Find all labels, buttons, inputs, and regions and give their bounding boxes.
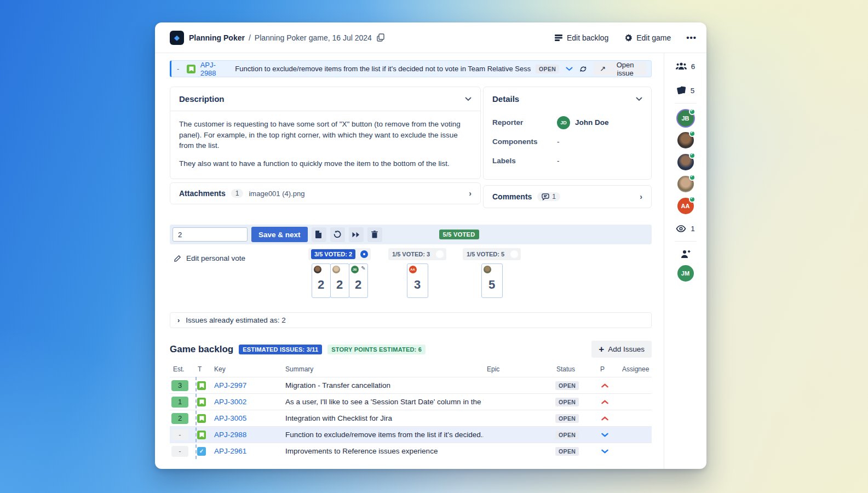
issue-key-link[interactable]: APJ-3002 <box>211 398 246 406</box>
priority-high-icon <box>601 416 608 421</box>
participant-avatar[interactable]: AA <box>677 198 694 214</box>
vote-input[interactable] <box>173 227 248 242</box>
col-assignee: Assignee <box>619 365 652 373</box>
participant-avatar[interactable] <box>677 154 694 170</box>
issue-details-button[interactable] <box>312 227 326 242</box>
issue-key-link[interactable]: APJ-2988 <box>200 61 231 77</box>
table-header: Est. T Key Summary Epic Status P Assigne… <box>170 365 652 377</box>
detail-row-components: Components - <box>492 132 642 151</box>
delete-votes-button[interactable] <box>367 227 382 242</box>
col-status: Status <box>553 365 597 373</box>
description-header[interactable]: Description <box>170 87 480 111</box>
document-icon <box>315 231 322 238</box>
observer-avatar[interactable]: JM <box>677 265 694 282</box>
attachments-card[interactable]: Attachments 1 image001 (4).png › <box>170 182 481 204</box>
vote-group-5-radio[interactable] <box>510 250 518 258</box>
attachments-title: Attachments <box>179 189 226 198</box>
vote-group-2-cards: 2 2 JB ✎ 2 <box>312 263 368 298</box>
planning-poker-window: ◆ Planning Poker / Planning Poker game, … <box>155 22 706 469</box>
app-logo-icon: ◆ <box>170 31 184 45</box>
gear-icon <box>624 33 633 42</box>
vote-group-2-radio[interactable] <box>360 250 368 258</box>
add-issues-button[interactable]: + Add Issues <box>591 341 652 358</box>
edit-game-button[interactable]: Edit game <box>624 33 671 42</box>
vote-group-2-selector[interactable]: 3/5 VOTED: 2 <box>308 248 371 260</box>
header-actions: Edit backlog Edit game ••• <box>554 33 697 42</box>
estimated-issues-badge: ESTIMATED ISSUES: 3/11 <box>239 345 322 354</box>
edit-personal-vote-label: Edit personal vote <box>186 254 245 262</box>
collapse-control[interactable]: - <box>177 65 179 73</box>
voted-check-icon <box>689 108 695 115</box>
vote-group-3-selector[interactable]: 1/5 VOTED: 3 <box>388 248 446 260</box>
description-paragraph: They also want to have a function to qui… <box>179 158 472 169</box>
decks-count[interactable]: 5 <box>676 84 695 97</box>
estimate-badge: 1 <box>171 397 188 408</box>
status-dropdown-icon[interactable] <box>566 67 573 71</box>
issue-key-link[interactable]: APJ-2961 <box>211 447 246 455</box>
participants-sidebar: 6 5 JB AA <box>664 53 706 469</box>
vote-group-5-selector[interactable]: 1/5 VOTED: 5 <box>463 248 521 260</box>
open-issue-button[interactable]: ↗ Open issue <box>594 62 647 76</box>
details-body: Reporter JD John Doe Components - Labels <box>484 111 651 179</box>
avatar-initials: JM <box>677 265 694 282</box>
edit-personal-vote-link[interactable]: Edit personal vote <box>174 254 245 262</box>
issues-estimated-panel[interactable]: › Issues already estimated as: 2 <box>170 312 652 328</box>
restart-voting-button[interactable] <box>330 227 345 242</box>
vote-value: 2 <box>355 278 361 292</box>
invite-player-button[interactable] <box>681 250 691 259</box>
watchers-count[interactable]: 1 <box>676 222 695 235</box>
issue-summary: Function to exclude/remove items from th… <box>282 431 484 439</box>
breadcrumb-separator: / <box>249 33 251 42</box>
personal-vote-card[interactable]: JB ✎ 2 <box>349 263 368 298</box>
issue-key-link[interactable]: APJ-3005 <box>211 414 246 422</box>
add-issues-label: Add Issues <box>608 345 645 353</box>
vote-group-3-cards: AA 3 <box>407 263 428 298</box>
eye-icon <box>676 225 686 232</box>
status-badge: OPEN <box>555 398 579 406</box>
panels-area: Description The customer is requesting t… <box>170 87 652 208</box>
backlog-title: Game backlog <box>170 344 233 355</box>
detail-row-labels: Labels - <box>492 151 642 170</box>
table-row[interactable]: - ✓ APJ-2961 Improvements to Reference i… <box>170 443 652 459</box>
window-header: ◆ Planning Poker / Planning Poker game, … <box>155 22 706 53</box>
edit-backlog-button[interactable]: Edit backlog <box>554 33 608 42</box>
refresh-icon[interactable] <box>579 65 587 73</box>
table-row[interactable]: 3 APJ-2997 Migration - Transfer cancella… <box>170 377 652 393</box>
issue-key-link[interactable]: APJ-2997 <box>211 381 246 389</box>
cards-deck-icon <box>676 86 686 95</box>
participant-avatar[interactable] <box>677 176 694 192</box>
participant-avatar[interactable] <box>677 132 694 148</box>
issue-key-link[interactable]: APJ-2988 <box>211 431 246 439</box>
left-column: Description The customer is requesting t… <box>170 87 481 204</box>
details-header[interactable]: Details <box>484 87 651 111</box>
attachments-count-badge: 1 <box>231 189 244 198</box>
col-priority: P <box>597 365 619 373</box>
description-body: The customer is requesting to have some … <box>170 111 480 179</box>
vote-card: 5 <box>481 263 503 298</box>
col-summary: Summary <box>282 365 484 373</box>
banner-actions: OPEN ↗ Open issue <box>536 62 647 76</box>
comments-card[interactable]: Comments 1 › <box>483 185 652 208</box>
more-menu-button[interactable]: ••• <box>686 33 697 42</box>
voter-avatar: AA <box>409 266 417 273</box>
table-row[interactable]: 1 APJ-3002 As a user, I'll like to see a… <box>170 393 652 410</box>
vote-value: 3 <box>414 278 421 292</box>
reporter-label: Reporter <box>492 118 557 127</box>
attachment-file-name: image001 (4).png <box>249 190 304 198</box>
skip-issue-button[interactable] <box>349 227 364 242</box>
copy-link-icon[interactable] <box>377 33 384 42</box>
vote-card: 2 <box>312 263 331 298</box>
participants-count[interactable]: 6 <box>676 60 695 73</box>
components-label: Components <box>492 137 557 146</box>
table-row[interactable]: 2 APJ-3005 Integration with Checklist fo… <box>170 410 652 426</box>
voter-avatar <box>332 266 340 273</box>
participant-avatar[interactable]: JB <box>677 110 694 127</box>
vote-group-3-radio[interactable] <box>436 250 444 258</box>
people-group-icon <box>676 62 687 70</box>
story-type-icon <box>197 381 206 390</box>
votes-section: Edit personal vote 3/5 VOTED: 2 2 2 <box>170 248 652 305</box>
save-next-button[interactable]: Save & next <box>251 227 308 242</box>
table-row-current[interactable]: - APJ-2988 Function to exclude/remove it… <box>170 426 652 443</box>
story-type-icon <box>197 398 206 406</box>
detail-row-reporter: Reporter JD John Doe <box>492 113 642 132</box>
